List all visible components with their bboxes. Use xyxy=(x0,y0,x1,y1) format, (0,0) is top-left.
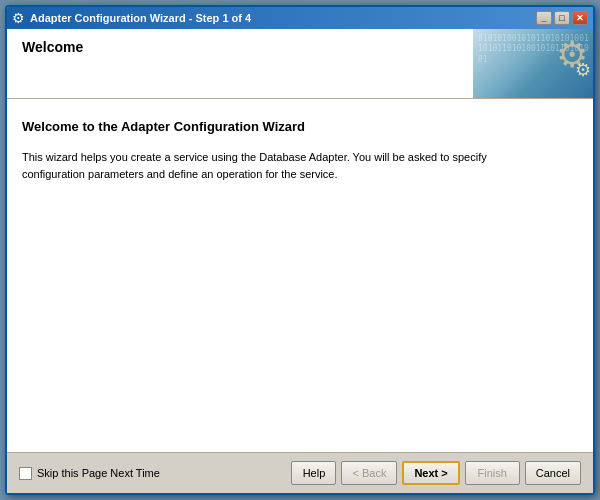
footer-section: Skip this Page Next Time Help < Back Nex… xyxy=(7,453,593,493)
title-bar-left: ⚙ Adapter Configuration Wizard - Step 1 … xyxy=(12,10,251,26)
section-title: Welcome xyxy=(22,39,458,55)
minimize-button[interactable]: _ xyxy=(536,11,552,25)
help-button[interactable]: Help xyxy=(291,461,336,485)
main-description: This wizard helps you create a service u… xyxy=(22,149,542,182)
gear-decoration: ⚙ ⚙ xyxy=(556,34,588,76)
cancel-button[interactable]: Cancel xyxy=(525,461,581,485)
window-title: Adapter Configuration Wizard - Step 1 of… xyxy=(30,12,251,24)
header-section: Welcome 01010100101011010101001101011010… xyxy=(7,29,593,99)
finish-button[interactable]: Finish xyxy=(465,461,520,485)
wizard-window: ⚙ Adapter Configuration Wizard - Step 1 … xyxy=(5,5,595,495)
back-button[interactable]: < Back xyxy=(341,461,397,485)
next-button[interactable]: Next > xyxy=(402,461,459,485)
welcome-title: Welcome to the Adapter Configuration Wiz… xyxy=(22,119,578,134)
skip-label: Skip this Page Next Time xyxy=(37,467,160,479)
title-bar-buttons: _ □ ✕ xyxy=(536,11,588,25)
window-body: Welcome 01010100101011010101001101011010… xyxy=(7,29,593,493)
title-bar: ⚙ Adapter Configuration Wizard - Step 1 … xyxy=(7,7,593,29)
main-content: Welcome to the Adapter Configuration Wiz… xyxy=(7,99,593,453)
window-icon: ⚙ xyxy=(12,10,25,26)
header-decoration: 0101010010101101010100110101101010010101… xyxy=(473,29,593,98)
skip-checkbox[interactable] xyxy=(19,467,32,480)
button-area: Help < Back Next > Finish Cancel xyxy=(291,461,581,485)
header-content: Welcome xyxy=(7,29,473,98)
skip-checkbox-area: Skip this Page Next Time xyxy=(19,467,160,480)
gear-small-icon: ⚙ xyxy=(575,59,591,81)
close-button[interactable]: ✕ xyxy=(572,11,588,25)
maximize-button[interactable]: □ xyxy=(554,11,570,25)
